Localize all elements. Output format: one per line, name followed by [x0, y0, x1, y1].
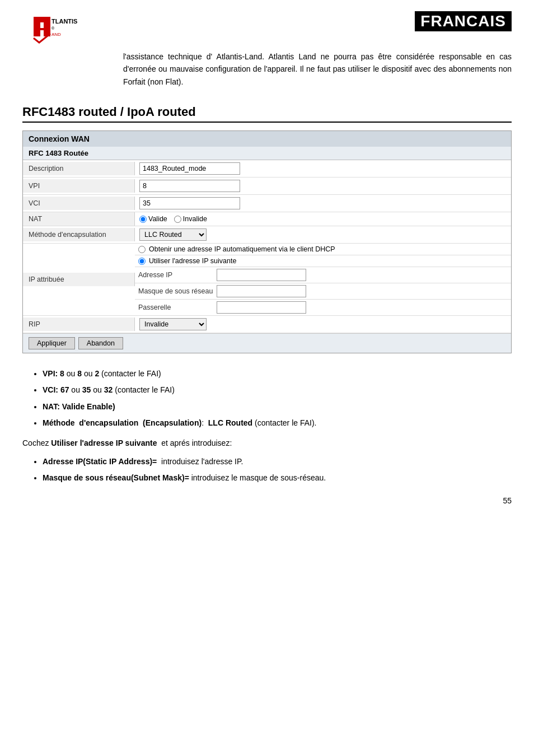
ip-static-radio[interactable]	[138, 258, 146, 265]
rip-row: RIP Invalide Valide	[23, 316, 511, 333]
nat-value: Valide Invalide	[135, 213, 511, 225]
bullet-nat: NAT: Valide Enable)	[43, 400, 512, 414]
ip-static-option[interactable]: Utiliser l'adresse IP suivante	[135, 255, 511, 267]
description-input[interactable]	[139, 162, 240, 175]
svg-rect-2	[36, 28, 48, 30]
wan-box-title: Connexion WAN	[23, 131, 511, 147]
bullet-adresse-ip: Adresse IP(Static IP Address)= introduis…	[43, 455, 512, 469]
vci-row: VCI	[23, 195, 511, 212]
masque-row: Masque de sous réseau	[135, 283, 511, 300]
nat-valide-option[interactable]: Valide	[139, 215, 167, 223]
bullet-list-2: Adresse IP(Static IP Address)= introduis…	[22, 455, 512, 485]
description-value	[135, 160, 511, 177]
ip-static-label: Utiliser l'adresse IP suivante	[149, 257, 236, 265]
nat-invalide-option[interactable]: Invalide	[174, 215, 207, 223]
nat-valide-label: Valide	[148, 215, 167, 223]
ip-sub-block: Obtenir une adresse IP automatiquement v…	[135, 244, 511, 315]
abandon-button[interactable]: Abandon	[78, 337, 123, 349]
nat-invalide-radio[interactable]	[174, 216, 181, 223]
logo-area: TLANTIS ® AND	[22, 11, 84, 45]
rip-value: Invalide Valide	[135, 316, 511, 333]
masque-input[interactable]	[217, 285, 306, 297]
vci-input[interactable]	[139, 197, 240, 209]
cochez-text: Cochez Utiliser l'adresse IP suivante et…	[22, 437, 512, 450]
svg-text:TLANTIS: TLANTIS	[51, 18, 77, 25]
intro-text: l'assistance technique d' Atlantis-Land.…	[123, 50, 512, 88]
bullet-masque: Masque de sous réseau(Subnet Mask)= intr…	[43, 471, 512, 485]
page-header: TLANTIS ® AND FRANCAIS	[22, 11, 512, 45]
passerelle-input[interactable]	[217, 301, 306, 314]
description-row: Description	[23, 160, 511, 178]
description-label: Description	[23, 162, 135, 175]
wan-subtitle: RFC 1483 Routée	[23, 147, 511, 160]
vpi-row: VPI	[23, 178, 511, 195]
passerelle-row: Passerelle	[135, 300, 511, 315]
vci-label: VCI	[23, 197, 135, 210]
bullet-vpi: VPI: 8 ou 8 ou 2 (contacter le FAI)	[43, 367, 512, 381]
encapsulation-select[interactable]: LLC Routed	[139, 228, 207, 241]
nat-invalide-label: Invalide	[183, 215, 207, 223]
ip-attribuee-label: IP attribuée	[23, 273, 135, 286]
encapsulation-row: Méthode d'encapsulation LLC Routed	[23, 226, 511, 244]
atlantis-logo: TLANTIS ® AND	[22, 11, 84, 45]
wan-connection-box: Connexion WAN RFC 1483 Routée Descriptio…	[22, 130, 512, 353]
adresse-ip-label: Adresse IP	[138, 271, 217, 279]
bullet-vci: VCI: 67 ou 35 ou 32 (contacter le FAI)	[43, 383, 512, 397]
bullet-list-1: VPI: 8 ou 8 ou 2 (contacter le FAI) VCI:…	[22, 367, 512, 430]
ip-dhcp-option[interactable]: Obtenir une adresse IP automatiquement v…	[135, 244, 511, 255]
encapsulation-label: Méthode d'encapsulation	[23, 228, 135, 241]
ip-dhcp-radio[interactable]	[138, 246, 146, 253]
nat-valide-radio[interactable]	[139, 216, 147, 223]
vpi-label: VPI	[23, 179, 135, 193]
nat-radio-group: Valide Invalide	[139, 215, 207, 223]
bullet-encapsulation: Méthode d'encapsulation (Encapsulation):…	[43, 416, 512, 430]
vci-value	[135, 195, 511, 212]
svg-text:®: ®	[51, 26, 55, 30]
adresse-ip-input[interactable]	[217, 269, 306, 281]
page-number: 55	[22, 496, 512, 505]
nat-label: NAT	[23, 212, 135, 226]
rip-select[interactable]: Invalide Valide	[139, 318, 207, 330]
vpi-input[interactable]	[139, 180, 240, 192]
ip-attribuee-row: IP attribuée Obtenir une adresse IP auto…	[23, 244, 511, 316]
adresse-ip-row: Adresse IP	[135, 267, 511, 283]
appliquer-button[interactable]: Appliquer	[29, 337, 75, 349]
svg-text:AND: AND	[51, 32, 61, 37]
rip-label: RIP	[23, 318, 135, 331]
language-label: FRANCAIS	[415, 11, 512, 31]
nat-row: NAT Valide Invalide	[23, 212, 511, 226]
section-title: RFC1483 routed / IpoA routed	[22, 105, 512, 123]
button-row: Appliquer Abandon	[23, 333, 511, 353]
masque-label: Masque de sous réseau	[138, 287, 217, 295]
encapsulation-value: LLC Routed	[135, 226, 511, 243]
passerelle-label: Passerelle	[138, 304, 217, 311]
vpi-value	[135, 178, 511, 194]
ip-dhcp-label: Obtenir une adresse IP automatiquement v…	[149, 245, 335, 253]
